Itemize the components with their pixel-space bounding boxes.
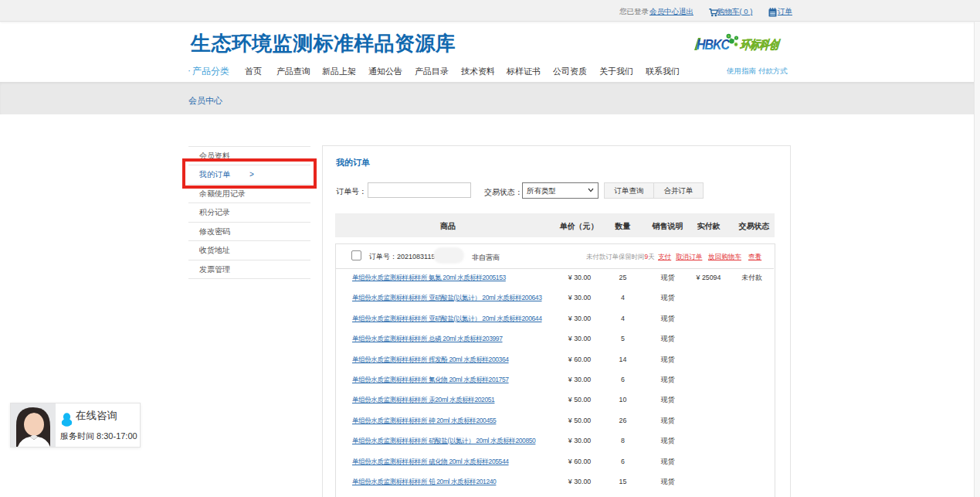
svg-text:环标科创: 环标科创 (739, 39, 782, 52)
svg-text:HBKC: HBKC (697, 36, 730, 53)
